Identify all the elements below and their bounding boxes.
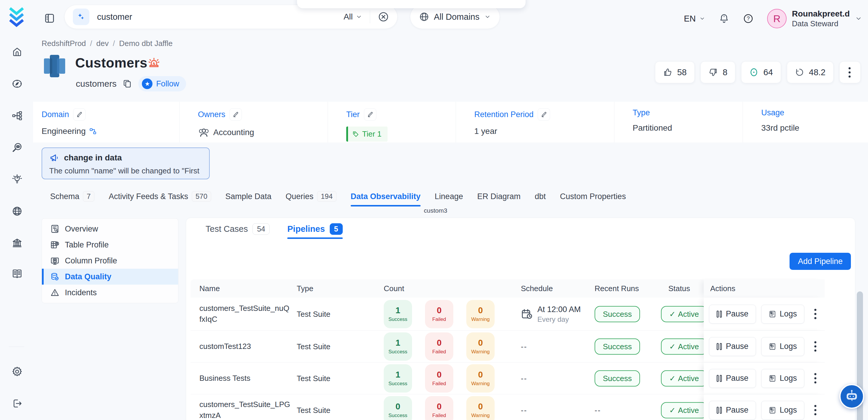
retention-label: Retention Period (474, 110, 533, 119)
pipeline-name[interactable]: customers_TestSuite_nuQfxIqC (199, 303, 291, 325)
robot-icon (844, 389, 860, 404)
pause-button[interactable]: Pause (709, 305, 756, 324)
version-button[interactable]: 48.2 (787, 61, 834, 83)
quality-score-button[interactable]: 64 (741, 61, 781, 83)
more-actions-button[interactable] (839, 61, 861, 83)
recent-run-badge[interactable]: Success (595, 370, 640, 386)
submenu-column-profile[interactable]: Column Profile (42, 253, 178, 269)
metadata-bar: Domain Engineering Owners Accounting Tie… (33, 102, 868, 143)
sidebar-toggle-icon[interactable] (44, 12, 56, 24)
logs-button[interactable]: Logs (761, 369, 805, 388)
downvote-button[interactable]: 8 (701, 61, 735, 83)
pipeline-name[interactable]: customers_TestSuite_LPGxtmzA (199, 399, 291, 420)
entity-name: customers (76, 79, 117, 89)
user-name: Rounakpreet.d (792, 8, 850, 19)
tab-schema[interactable]: Schema7 (50, 191, 94, 204)
settings-gear-icon[interactable] (11, 365, 24, 378)
app-logo-icon[interactable] (7, 6, 26, 28)
tab-dbt[interactable]: dbt (535, 192, 546, 204)
floating-popover (297, 0, 526, 8)
warning-chip: 0Warning (466, 396, 495, 420)
logs-button[interactable]: Logs (761, 337, 805, 356)
actions-cell: Pause Logs (704, 298, 825, 330)
follow-button[interactable]: ★ Follow (138, 76, 186, 91)
submenu-data-quality[interactable]: Data Quality (42, 269, 178, 284)
tab-queries[interactable]: Queries194 (285, 191, 337, 204)
recent-runs-cell: Success (595, 338, 640, 355)
chevron-down-icon (855, 15, 862, 22)
add-pipeline-button[interactable]: Add Pipeline (789, 253, 851, 270)
pause-button[interactable]: Pause (709, 337, 756, 356)
governance-bank-icon[interactable] (11, 237, 24, 249)
tab-test-cases[interactable]: Test Cases 54 (206, 223, 270, 239)
tab-activity[interactable]: Activity Feeds & Tasks570 (108, 191, 211, 204)
tab-data-observability[interactable]: Data Observability (351, 192, 421, 204)
pause-button[interactable]: Pause (709, 369, 756, 388)
recent-run-badge[interactable]: Success (595, 338, 640, 355)
tab-custom-properties[interactable]: Custom Properties (560, 192, 626, 204)
data-quality-icon (50, 272, 60, 281)
user-menu[interactable]: R Rounakpreet.d Data Steward (767, 8, 862, 29)
logs-icon (769, 310, 776, 318)
alert-siren-icon[interactable] (148, 57, 160, 69)
warning-chip: 0Warning (466, 332, 495, 361)
check-icon: ✓ (669, 406, 676, 415)
pipelines-count-badge: 5 (330, 223, 343, 235)
tab-lineage[interactable]: Lineage (435, 192, 463, 204)
insights-icon[interactable] (11, 173, 24, 186)
domains-globe-icon[interactable] (11, 205, 24, 218)
search-scope-dropdown[interactable]: All (344, 12, 370, 22)
avatar: R (767, 9, 786, 28)
copy-icon[interactable] (122, 79, 132, 89)
glossary-book-icon[interactable] (11, 267, 24, 280)
edit-domain-icon[interactable] (73, 108, 86, 121)
usage-value: 33rd pctile (761, 123, 799, 133)
announcement-banner[interactable]: change in data The column "name" will be… (41, 148, 210, 179)
edit-owners-icon[interactable] (229, 108, 242, 121)
logs-button[interactable]: Logs (761, 401, 805, 420)
col-actions: Actions (710, 284, 735, 293)
language-dropdown[interactable]: EN (684, 14, 705, 24)
row-kebab-icon[interactable] (814, 405, 817, 415)
tab-er-diagram[interactable]: ER Diagram (477, 192, 521, 204)
logs-button[interactable]: Logs (761, 305, 805, 324)
help-icon[interactable]: ? (743, 13, 753, 24)
submenu-overview[interactable]: Overview (42, 221, 178, 237)
chatbot-button[interactable] (839, 384, 864, 409)
row-kebab-icon[interactable] (814, 341, 817, 352)
table-profile-icon (50, 240, 60, 249)
all-domains-dropdown[interactable]: All Domains (410, 5, 500, 29)
edit-retention-icon[interactable] (538, 108, 550, 121)
page-title: Customers (75, 55, 148, 71)
search-input[interactable] (97, 12, 344, 22)
clear-search-icon[interactable] (378, 11, 389, 22)
logout-icon[interactable] (11, 397, 24, 410)
tab-pipelines[interactable]: Pipelines 5 (287, 223, 342, 239)
tab-sample-data[interactable]: Sample Data (225, 192, 271, 204)
home-icon[interactable] (11, 46, 24, 58)
upvote-button[interactable]: 58 (655, 61, 694, 83)
meta-retention: Retention Period 1 year (456, 102, 614, 143)
breadcrumb-database[interactable]: dev (96, 39, 109, 48)
tier-badge[interactable]: Tier 1 (346, 126, 388, 142)
schedule-cell: -- (521, 374, 527, 383)
count-chips: 0Success 0Failed 0Warning (384, 396, 495, 420)
pause-button[interactable]: Pause (709, 401, 756, 420)
observability-icon[interactable] (11, 141, 24, 154)
explore-icon[interactable] (11, 77, 24, 90)
breadcrumb-schema[interactable]: Demo dbt Jaffle (119, 39, 173, 48)
notifications-bell-icon[interactable] (719, 13, 730, 24)
pipeline-name[interactable]: Business Tests (199, 373, 291, 384)
owners-value[interactable]: Accounting (213, 128, 254, 137)
domain-value[interactable]: Engineering (41, 126, 86, 136)
breadcrumb-service[interactable]: RedshiftProd (41, 39, 86, 48)
recent-run-badge[interactable]: Success (595, 306, 640, 322)
pipeline-name[interactable]: customTest123 (199, 341, 291, 352)
row-kebab-icon[interactable] (814, 373, 817, 384)
row-kebab-icon[interactable] (814, 309, 817, 319)
lineage-flow-icon[interactable] (11, 109, 24, 122)
edit-tier-icon[interactable] (364, 108, 376, 121)
submenu-table-profile[interactable]: Table Profile (42, 237, 178, 253)
pipeline-type: Test Suite (297, 406, 330, 415)
submenu-incidents[interactable]: Incidents (42, 284, 178, 301)
